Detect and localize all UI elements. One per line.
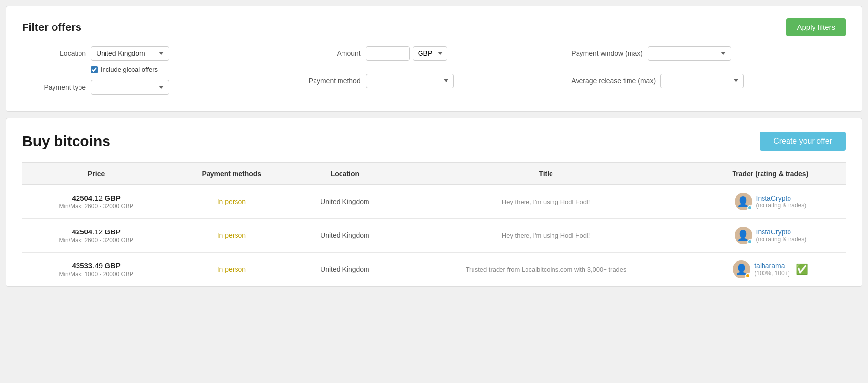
avatar: 👤: [733, 260, 750, 278]
location-value: United Kingdom: [320, 231, 369, 239]
user-icon: 👤: [737, 196, 749, 207]
payment-method-field: Payment method: [297, 74, 572, 88]
table-row: 43533.49 GBP Min/Max: 1000 - 20000 GBP I…: [22, 253, 846, 286]
amount-field: Amount GBP USD EUR: [297, 46, 572, 61]
main-header: Buy bitcoins Create your offer: [22, 132, 846, 151]
trader-name[interactable]: talharama: [754, 262, 789, 270]
payment-type-select[interactable]: [91, 80, 169, 95]
payment-method-select[interactable]: [366, 74, 454, 88]
trader-cell: 👤 InstaCrypto (no rating & trades): [695, 219, 846, 253]
trader-rating: (no rating & trades): [756, 236, 807, 243]
payment-window-select[interactable]: [648, 46, 731, 61]
online-dot: [745, 273, 750, 278]
col-title: Title: [397, 163, 694, 185]
price-cell: 43533.49 GBP Min/Max: 1000 - 20000 GBP: [22, 253, 170, 286]
location-group: Location United Kingdom Global Include g…: [22, 46, 297, 100]
table-header: Price Payment methods Location Title Tra…: [22, 163, 846, 185]
amount-input-group: GBP USD EUR: [366, 46, 447, 61]
title-cell: Hey there, I'm using Hodl Hodl!: [397, 185, 694, 219]
location-value: United Kingdom: [320, 265, 369, 273]
table-row: 42504.12 GBP Min/Max: 2600 - 32000 GBP I…: [22, 219, 846, 253]
payment-type-field: Payment type: [22, 80, 297, 95]
offer-title: Trusted trader from Localbitcoins.com wi…: [466, 266, 627, 273]
location-select[interactable]: United Kingdom Global: [91, 46, 169, 61]
filter-panel: Filter offers Apply filters Location Uni…: [6, 6, 862, 112]
main-title: Buy bitcoins: [22, 133, 110, 150]
trader-info-group: 👤 InstaCrypto (no rating & trades): [701, 227, 840, 244]
payment-method-cell: In person: [170, 219, 292, 253]
payment-method-cell: In person: [170, 185, 292, 219]
price-decimal: .49: [92, 261, 103, 270]
col-payment-methods: Payment methods: [170, 163, 292, 185]
avg-release-field: Average release time (max): [571, 74, 846, 88]
amount-input[interactable]: [366, 46, 410, 61]
price-decimal: .12: [92, 228, 103, 236]
include-global-label: Include global offers: [101, 66, 158, 73]
location-cell: United Kingdom: [292, 185, 397, 219]
location-value: United Kingdom: [320, 198, 369, 205]
price-decimal: .12: [92, 194, 103, 202]
user-icon: 👤: [737, 230, 749, 241]
filter-row: Location United Kingdom Global Include g…: [22, 46, 846, 100]
trader-info-group: 👤 InstaCrypto (no rating & trades): [701, 193, 840, 210]
price-value: 42504.12 GBP: [28, 228, 164, 236]
location-cell: United Kingdom: [292, 253, 397, 286]
table-body: 42504.12 GBP Min/Max: 2600 - 32000 GBP I…: [22, 185, 846, 286]
col-price: Price: [22, 163, 170, 185]
price-cell: 42504.12 GBP Min/Max: 2600 - 32000 GBP: [22, 185, 170, 219]
title-cell: Trusted trader from Localbitcoins.com wi…: [397, 253, 694, 286]
filter-title: Filter offers: [22, 21, 81, 34]
price-minmax: Min/Max: 1000 - 20000 GBP: [28, 271, 164, 278]
offers-table: Price Payment methods Location Title Tra…: [22, 162, 846, 286]
payment-method-cell: In person: [170, 253, 292, 286]
location-label: Location: [22, 50, 86, 57]
offer-title: Hey there, I'm using Hodl Hodl!: [502, 198, 590, 205]
location-cell: United Kingdom: [292, 219, 397, 253]
price-cell: 42504.12 GBP Min/Max: 2600 - 32000 GBP: [22, 219, 170, 253]
trader-rating: (no rating & trades): [756, 202, 807, 209]
trader-details: InstaCrypto (no rating & trades): [756, 194, 807, 209]
online-dot: [747, 239, 752, 244]
trader-name[interactable]: InstaCrypto: [756, 228, 807, 236]
verified-icon: ✅: [796, 263, 808, 275]
payment-method-label: Payment method: [297, 77, 361, 85]
price-value: 43533.49 GBP: [28, 261, 164, 270]
currency-select[interactable]: GBP USD EUR: [413, 46, 447, 61]
price-minmax: Min/Max: 2600 - 32000 GBP: [28, 237, 164, 244]
price-minmax: Min/Max: 2600 - 32000 GBP: [28, 203, 164, 210]
trader-info-group: 👤 talharama (100%, 100+) ✅: [701, 260, 840, 278]
avg-release-select[interactable]: [660, 74, 744, 88]
col-trader: Trader (rating & trades): [695, 163, 846, 185]
location-field: Location United Kingdom Global: [22, 46, 297, 61]
trader-cell: 👤 InstaCrypto (no rating & trades): [695, 185, 846, 219]
trader-rating: (100%, 100+): [754, 270, 789, 277]
main-panel: Buy bitcoins Create your offer Price Pay…: [6, 118, 862, 287]
online-dot: [747, 205, 752, 210]
payment-method-value: In person: [217, 231, 246, 239]
trader-details: talharama (100%, 100+): [754, 262, 789, 277]
price-value: 42504.12 GBP: [28, 194, 164, 202]
trader-name[interactable]: InstaCrypto: [756, 194, 807, 202]
trader-cell: 👤 talharama (100%, 100+) ✅: [695, 253, 846, 286]
amount-group: Amount GBP USD EUR Payment method: [297, 46, 572, 93]
filter-header: Filter offers Apply filters: [22, 18, 846, 36]
avatar: 👤: [735, 227, 752, 244]
table-row: 42504.12 GBP Min/Max: 2600 - 32000 GBP I…: [22, 185, 846, 219]
payment-method-value: In person: [217, 265, 246, 273]
payment-method-value: In person: [217, 198, 246, 205]
payment-window-group: Payment window (max) Average release tim…: [571, 46, 846, 93]
offer-title: Hey there, I'm using Hodl Hodl!: [502, 232, 590, 239]
include-global-row: Include global offers: [91, 66, 297, 73]
payment-type-label: Payment type: [22, 83, 86, 91]
apply-filters-button[interactable]: Apply filters: [786, 18, 846, 36]
create-offer-button[interactable]: Create your offer: [760, 132, 846, 151]
include-global-checkbox[interactable]: [91, 66, 98, 73]
amount-label: Amount: [297, 50, 361, 57]
avatar: 👤: [735, 193, 752, 210]
trader-details: InstaCrypto (no rating & trades): [756, 228, 807, 243]
payment-window-field: Payment window (max): [571, 46, 846, 61]
title-cell: Hey there, I'm using Hodl Hodl!: [397, 219, 694, 253]
col-location: Location: [292, 163, 397, 185]
avg-release-label: Average release time (max): [571, 77, 656, 85]
payment-window-label: Payment window (max): [571, 50, 643, 57]
